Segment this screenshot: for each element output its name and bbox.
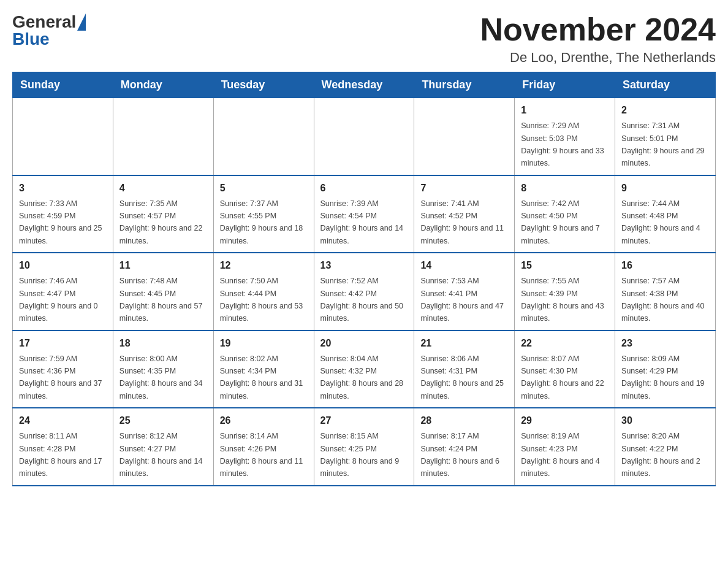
day-info: Sunrise: 7:35 AMSunset: 4:57 PMDaylight:… bbox=[119, 199, 203, 245]
day-number: 24 bbox=[19, 413, 107, 428]
page-title: November 2024 bbox=[480, 12, 716, 47]
logo: General Blue bbox=[12, 12, 86, 49]
day-info: Sunrise: 8:19 AMSunset: 4:23 PMDaylight:… bbox=[521, 432, 600, 478]
calendar-cell: 20Sunrise: 8:04 AMSunset: 4:32 PMDayligh… bbox=[314, 331, 414, 408]
calendar-cell: 11Sunrise: 7:48 AMSunset: 4:45 PMDayligh… bbox=[113, 253, 213, 331]
calendar-cell: 30Sunrise: 8:20 AMSunset: 4:22 PMDayligh… bbox=[615, 408, 716, 486]
calendar-cell: 5Sunrise: 7:37 AMSunset: 4:55 PMDaylight… bbox=[213, 175, 314, 253]
day-info: Sunrise: 7:39 AMSunset: 4:54 PMDaylight:… bbox=[320, 199, 404, 245]
calendar-week-5: 24Sunrise: 8:11 AMSunset: 4:28 PMDayligh… bbox=[13, 408, 716, 486]
day-info: Sunrise: 8:14 AMSunset: 4:26 PMDaylight:… bbox=[220, 432, 303, 478]
calendar-cell: 2Sunrise: 7:31 AMSunset: 5:01 PMDaylight… bbox=[615, 98, 716, 175]
day-number: 22 bbox=[521, 336, 609, 351]
calendar-cell bbox=[113, 98, 213, 175]
day-info: Sunrise: 8:17 AMSunset: 4:24 PMDaylight:… bbox=[420, 432, 499, 478]
day-number: 1 bbox=[521, 103, 609, 118]
day-number: 27 bbox=[320, 413, 408, 428]
calendar-cell: 29Sunrise: 8:19 AMSunset: 4:23 PMDayligh… bbox=[515, 408, 615, 486]
day-number: 28 bbox=[420, 413, 508, 428]
day-info: Sunrise: 7:41 AMSunset: 4:52 PMDaylight:… bbox=[420, 199, 504, 245]
day-number: 8 bbox=[521, 181, 609, 196]
day-number: 13 bbox=[320, 258, 408, 273]
day-number: 2 bbox=[621, 103, 709, 118]
calendar-cell bbox=[13, 98, 113, 175]
day-number: 18 bbox=[119, 336, 207, 351]
day-info: Sunrise: 7:59 AMSunset: 4:36 PMDaylight:… bbox=[19, 354, 102, 400]
calendar-cell: 7Sunrise: 7:41 AMSunset: 4:52 PMDaylight… bbox=[414, 175, 515, 253]
day-info: Sunrise: 7:29 AMSunset: 5:03 PMDaylight:… bbox=[521, 121, 604, 167]
calendar-cell: 6Sunrise: 7:39 AMSunset: 4:54 PMDaylight… bbox=[314, 175, 414, 253]
day-number: 12 bbox=[220, 258, 308, 273]
day-info: Sunrise: 7:55 AMSunset: 4:39 PMDaylight:… bbox=[521, 277, 604, 323]
calendar-cell: 16Sunrise: 7:57 AMSunset: 4:38 PMDayligh… bbox=[615, 253, 716, 331]
day-number: 30 bbox=[621, 413, 709, 428]
day-number: 19 bbox=[220, 336, 308, 351]
calendar-cell: 19Sunrise: 8:02 AMSunset: 4:34 PMDayligh… bbox=[213, 331, 314, 408]
day-number: 7 bbox=[420, 181, 508, 196]
calendar-header-row: Sunday Monday Tuesday Wednesday Thursday… bbox=[13, 72, 716, 98]
calendar-cell: 22Sunrise: 8:07 AMSunset: 4:30 PMDayligh… bbox=[515, 331, 615, 408]
day-info: Sunrise: 7:53 AMSunset: 4:41 PMDaylight:… bbox=[420, 277, 504, 323]
calendar-week-2: 3Sunrise: 7:33 AMSunset: 4:59 PMDaylight… bbox=[13, 175, 716, 253]
day-info: Sunrise: 7:44 AMSunset: 4:48 PMDaylight:… bbox=[621, 199, 700, 245]
day-number: 11 bbox=[119, 258, 207, 273]
calendar-cell: 12Sunrise: 7:50 AMSunset: 4:44 PMDayligh… bbox=[213, 253, 314, 331]
day-number: 3 bbox=[19, 181, 107, 196]
day-info: Sunrise: 8:12 AMSunset: 4:27 PMDaylight:… bbox=[119, 432, 203, 478]
day-info: Sunrise: 8:02 AMSunset: 4:34 PMDaylight:… bbox=[220, 354, 303, 400]
day-number: 20 bbox=[320, 336, 408, 351]
col-tuesday: Tuesday bbox=[213, 72, 314, 98]
calendar-week-3: 10Sunrise: 7:46 AMSunset: 4:47 PMDayligh… bbox=[13, 253, 716, 331]
page-subtitle: De Loo, Drenthe, The Netherlands bbox=[480, 50, 716, 66]
calendar-cell: 27Sunrise: 8:15 AMSunset: 4:25 PMDayligh… bbox=[314, 408, 414, 486]
day-info: Sunrise: 7:46 AMSunset: 4:47 PMDaylight:… bbox=[19, 277, 98, 323]
day-number: 15 bbox=[521, 258, 609, 273]
calendar-cell: 3Sunrise: 7:33 AMSunset: 4:59 PMDaylight… bbox=[13, 175, 113, 253]
day-info: Sunrise: 8:07 AMSunset: 4:30 PMDaylight:… bbox=[521, 354, 604, 400]
day-number: 9 bbox=[621, 181, 709, 196]
calendar-cell: 17Sunrise: 7:59 AMSunset: 4:36 PMDayligh… bbox=[13, 331, 113, 408]
day-number: 10 bbox=[19, 258, 107, 273]
day-info: Sunrise: 7:33 AMSunset: 4:59 PMDaylight:… bbox=[19, 199, 102, 245]
title-block: November 2024 De Loo, Drenthe, The Nethe… bbox=[480, 12, 716, 66]
logo-triangle-icon bbox=[77, 13, 86, 31]
calendar-cell: 23Sunrise: 8:09 AMSunset: 4:29 PMDayligh… bbox=[615, 331, 716, 408]
calendar-cell bbox=[314, 98, 414, 175]
day-info: Sunrise: 8:09 AMSunset: 4:29 PMDaylight:… bbox=[621, 354, 705, 400]
day-info: Sunrise: 7:48 AMSunset: 4:45 PMDaylight:… bbox=[119, 277, 203, 323]
col-monday: Monday bbox=[113, 72, 213, 98]
day-number: 17 bbox=[19, 336, 107, 351]
logo-blue-text: Blue bbox=[12, 29, 50, 49]
calendar-cell: 10Sunrise: 7:46 AMSunset: 4:47 PMDayligh… bbox=[13, 253, 113, 331]
calendar-cell: 21Sunrise: 8:06 AMSunset: 4:31 PMDayligh… bbox=[414, 331, 515, 408]
calendar-cell: 9Sunrise: 7:44 AMSunset: 4:48 PMDaylight… bbox=[615, 175, 716, 253]
calendar-cell: 8Sunrise: 7:42 AMSunset: 4:50 PMDaylight… bbox=[515, 175, 615, 253]
day-info: Sunrise: 8:00 AMSunset: 4:35 PMDaylight:… bbox=[119, 354, 203, 400]
calendar-cell bbox=[213, 98, 314, 175]
calendar-cell: 1Sunrise: 7:29 AMSunset: 5:03 PMDaylight… bbox=[515, 98, 615, 175]
calendar-week-1: 1Sunrise: 7:29 AMSunset: 5:03 PMDaylight… bbox=[13, 98, 716, 175]
calendar-cell: 13Sunrise: 7:52 AMSunset: 4:42 PMDayligh… bbox=[314, 253, 414, 331]
day-number: 25 bbox=[119, 413, 207, 428]
day-info: Sunrise: 8:06 AMSunset: 4:31 PMDaylight:… bbox=[420, 354, 504, 400]
day-info: Sunrise: 7:31 AMSunset: 5:01 PMDaylight:… bbox=[621, 121, 705, 167]
day-number: 21 bbox=[420, 336, 508, 351]
calendar-cell bbox=[414, 98, 515, 175]
day-number: 4 bbox=[119, 181, 207, 196]
day-info: Sunrise: 7:42 AMSunset: 4:50 PMDaylight:… bbox=[521, 199, 600, 245]
day-number: 6 bbox=[320, 181, 408, 196]
day-info: Sunrise: 8:15 AMSunset: 4:25 PMDaylight:… bbox=[320, 432, 400, 478]
day-info: Sunrise: 7:57 AMSunset: 4:38 PMDaylight:… bbox=[621, 277, 705, 323]
col-sunday: Sunday bbox=[13, 72, 113, 98]
day-info: Sunrise: 8:11 AMSunset: 4:28 PMDaylight:… bbox=[19, 432, 102, 478]
day-info: Sunrise: 8:04 AMSunset: 4:32 PMDaylight:… bbox=[320, 354, 404, 400]
day-number: 16 bbox=[621, 258, 709, 273]
day-info: Sunrise: 8:20 AMSunset: 4:22 PMDaylight:… bbox=[621, 432, 700, 478]
day-info: Sunrise: 7:37 AMSunset: 4:55 PMDaylight:… bbox=[220, 199, 303, 245]
col-wednesday: Wednesday bbox=[314, 72, 414, 98]
day-number: 5 bbox=[220, 181, 308, 196]
page-header: General Blue November 2024 De Loo, Drent… bbox=[12, 12, 716, 66]
calendar-cell: 28Sunrise: 8:17 AMSunset: 4:24 PMDayligh… bbox=[414, 408, 515, 486]
day-number: 26 bbox=[220, 413, 308, 428]
calendar-cell: 26Sunrise: 8:14 AMSunset: 4:26 PMDayligh… bbox=[213, 408, 314, 486]
